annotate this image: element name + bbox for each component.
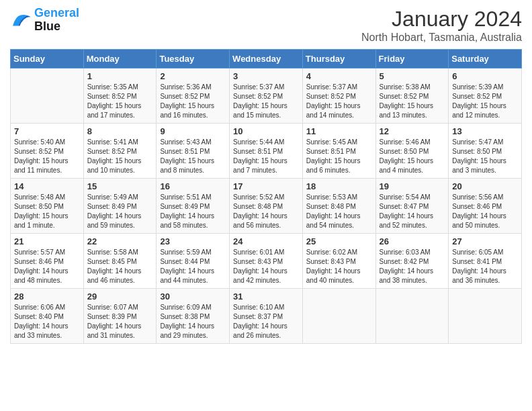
calendar-cell: 19Sunrise: 5:54 AM Sunset: 8:47 PM Dayli… xyxy=(375,179,449,234)
calendar-cell: 11Sunrise: 5:45 AM Sunset: 8:51 PM Dayli… xyxy=(302,124,375,179)
logo-line2: Blue xyxy=(34,19,60,33)
calendar-cell: 14Sunrise: 5:48 AM Sunset: 8:50 PM Dayli… xyxy=(11,179,84,234)
day-info: Sunrise: 5:40 AM Sunset: 8:52 PM Dayligh… xyxy=(14,138,80,175)
day-info: Sunrise: 5:54 AM Sunset: 8:47 PM Dayligh… xyxy=(380,193,445,230)
calendar-cell: 26Sunrise: 6:03 AM Sunset: 8:42 PM Dayli… xyxy=(375,234,449,289)
calendar-week-row: 21Sunrise: 5:57 AM Sunset: 8:46 PM Dayli… xyxy=(11,234,522,289)
calendar-cell: 28Sunrise: 6:06 AM Sunset: 8:40 PM Dayli… xyxy=(11,289,84,344)
day-number: 16 xyxy=(160,181,226,191)
calendar-cell: 29Sunrise: 6:07 AM Sunset: 8:39 PM Dayli… xyxy=(83,289,157,344)
header-tuesday: Tuesday xyxy=(157,50,230,68)
day-number: 6 xyxy=(452,71,518,81)
calendar-cell: 15Sunrise: 5:49 AM Sunset: 8:49 PM Dayli… xyxy=(83,179,157,234)
calendar-cell: 20Sunrise: 5:56 AM Sunset: 8:46 PM Dayli… xyxy=(449,179,522,234)
day-number: 12 xyxy=(380,126,445,136)
day-info: Sunrise: 5:51 AM Sunset: 8:49 PM Dayligh… xyxy=(160,193,226,230)
calendar-table: SundayMondayTuesdayWednesdayThursdayFrid… xyxy=(10,49,522,344)
day-info: Sunrise: 5:49 AM Sunset: 8:49 PM Dayligh… xyxy=(87,193,153,230)
day-info: Sunrise: 5:47 AM Sunset: 8:50 PM Dayligh… xyxy=(452,138,518,175)
logo: General Blue xyxy=(10,7,79,34)
calendar-cell: 13Sunrise: 5:47 AM Sunset: 8:50 PM Dayli… xyxy=(449,124,522,179)
calendar-week-row: 1Sunrise: 5:35 AM Sunset: 8:52 PM Daylig… xyxy=(11,68,522,124)
day-number: 29 xyxy=(87,291,153,302)
day-number: 28 xyxy=(14,291,80,302)
calendar-cell xyxy=(375,289,449,344)
calendar-cell: 30Sunrise: 6:09 AM Sunset: 8:38 PM Dayli… xyxy=(157,289,230,344)
calendar-cell: 27Sunrise: 6:05 AM Sunset: 8:41 PM Dayli… xyxy=(449,234,522,289)
day-number: 22 xyxy=(87,236,153,246)
day-info: Sunrise: 5:38 AM Sunset: 8:52 PM Dayligh… xyxy=(380,83,445,120)
day-number: 23 xyxy=(160,236,226,246)
day-number: 21 xyxy=(14,236,80,246)
calendar-cell: 4Sunrise: 5:37 AM Sunset: 8:52 PM Daylig… xyxy=(302,68,375,124)
logo-line1: General xyxy=(34,6,79,19)
calendar-cell xyxy=(11,68,84,124)
header-wednesday: Wednesday xyxy=(230,50,303,68)
day-number: 31 xyxy=(233,291,299,302)
day-info: Sunrise: 6:07 AM Sunset: 8:39 PM Dayligh… xyxy=(87,303,153,340)
day-info: Sunrise: 5:58 AM Sunset: 8:45 PM Dayligh… xyxy=(87,248,153,285)
day-info: Sunrise: 5:37 AM Sunset: 8:52 PM Dayligh… xyxy=(233,83,299,120)
calendar-week-row: 28Sunrise: 6:06 AM Sunset: 8:40 PM Dayli… xyxy=(11,289,522,344)
day-number: 13 xyxy=(452,126,518,136)
logo-bird-icon xyxy=(10,11,32,30)
calendar-cell: 18Sunrise: 5:53 AM Sunset: 8:48 PM Dayli… xyxy=(302,179,375,234)
calendar-cell: 7Sunrise: 5:40 AM Sunset: 8:52 PM Daylig… xyxy=(11,124,84,179)
calendar-cell: 17Sunrise: 5:52 AM Sunset: 8:48 PM Dayli… xyxy=(230,179,303,234)
calendar-cell: 16Sunrise: 5:51 AM Sunset: 8:49 PM Dayli… xyxy=(157,179,230,234)
header-sunday: Sunday xyxy=(11,50,84,68)
day-info: Sunrise: 6:06 AM Sunset: 8:40 PM Dayligh… xyxy=(14,303,80,340)
day-info: Sunrise: 6:05 AM Sunset: 8:41 PM Dayligh… xyxy=(452,248,518,285)
day-number: 1 xyxy=(87,71,153,81)
day-number: 10 xyxy=(233,126,299,136)
day-info: Sunrise: 5:59 AM Sunset: 8:44 PM Dayligh… xyxy=(160,248,226,285)
day-number: 7 xyxy=(14,126,80,136)
title-block: January 2024 North Hobart, Tasmania, Aus… xyxy=(361,7,522,44)
day-number: 15 xyxy=(87,181,153,191)
day-info: Sunrise: 5:53 AM Sunset: 8:48 PM Dayligh… xyxy=(306,193,372,230)
calendar-cell: 22Sunrise: 5:58 AM Sunset: 8:45 PM Dayli… xyxy=(83,234,157,289)
day-number: 5 xyxy=(380,71,445,81)
day-number: 26 xyxy=(380,236,445,246)
calendar-header-row: SundayMondayTuesdayWednesdayThursdayFrid… xyxy=(11,50,522,68)
day-info: Sunrise: 5:44 AM Sunset: 8:51 PM Dayligh… xyxy=(233,138,299,175)
day-info: Sunrise: 5:48 AM Sunset: 8:50 PM Dayligh… xyxy=(14,193,80,230)
main-title: January 2024 xyxy=(361,7,522,32)
calendar-cell: 24Sunrise: 6:01 AM Sunset: 8:43 PM Dayli… xyxy=(230,234,303,289)
header-saturday: Saturday xyxy=(449,50,522,68)
day-info: Sunrise: 6:10 AM Sunset: 8:37 PM Dayligh… xyxy=(233,303,299,340)
day-number: 24 xyxy=(233,236,299,246)
calendar-cell: 23Sunrise: 5:59 AM Sunset: 8:44 PM Dayli… xyxy=(157,234,230,289)
day-number: 2 xyxy=(160,71,226,81)
calendar-cell xyxy=(449,289,522,344)
subtitle: North Hobart, Tasmania, Australia xyxy=(361,32,522,44)
calendar-cell: 12Sunrise: 5:46 AM Sunset: 8:50 PM Dayli… xyxy=(375,124,449,179)
day-info: Sunrise: 5:43 AM Sunset: 8:51 PM Dayligh… xyxy=(160,138,226,175)
calendar-cell: 8Sunrise: 5:41 AM Sunset: 8:52 PM Daylig… xyxy=(83,124,157,179)
calendar-cell: 5Sunrise: 5:38 AM Sunset: 8:52 PM Daylig… xyxy=(375,68,449,124)
day-number: 4 xyxy=(306,71,372,81)
calendar-cell: 25Sunrise: 6:02 AM Sunset: 8:43 PM Dayli… xyxy=(302,234,375,289)
day-info: Sunrise: 6:03 AM Sunset: 8:42 PM Dayligh… xyxy=(380,248,445,285)
day-info: Sunrise: 5:37 AM Sunset: 8:52 PM Dayligh… xyxy=(306,83,372,120)
calendar-cell: 2Sunrise: 5:36 AM Sunset: 8:52 PM Daylig… xyxy=(157,68,230,124)
calendar-cell: 10Sunrise: 5:44 AM Sunset: 8:51 PM Dayli… xyxy=(230,124,303,179)
day-info: Sunrise: 5:46 AM Sunset: 8:50 PM Dayligh… xyxy=(380,138,445,175)
day-info: Sunrise: 6:02 AM Sunset: 8:43 PM Dayligh… xyxy=(306,248,372,285)
calendar-week-row: 14Sunrise: 5:48 AM Sunset: 8:50 PM Dayli… xyxy=(11,179,522,234)
day-number: 14 xyxy=(14,181,80,191)
day-info: Sunrise: 6:09 AM Sunset: 8:38 PM Dayligh… xyxy=(160,303,226,340)
header-monday: Monday xyxy=(83,50,157,68)
day-info: Sunrise: 6:01 AM Sunset: 8:43 PM Dayligh… xyxy=(233,248,299,285)
calendar-cell: 21Sunrise: 5:57 AM Sunset: 8:46 PM Dayli… xyxy=(11,234,84,289)
calendar-cell: 6Sunrise: 5:39 AM Sunset: 8:52 PM Daylig… xyxy=(449,68,522,124)
logo-text: General Blue xyxy=(34,7,79,34)
day-number: 19 xyxy=(380,181,445,191)
day-info: Sunrise: 5:35 AM Sunset: 8:52 PM Dayligh… xyxy=(87,83,153,120)
header-thursday: Thursday xyxy=(302,50,375,68)
day-number: 18 xyxy=(306,181,372,191)
calendar-cell: 3Sunrise: 5:37 AM Sunset: 8:52 PM Daylig… xyxy=(230,68,303,124)
calendar-cell: 31Sunrise: 6:10 AM Sunset: 8:37 PM Dayli… xyxy=(230,289,303,344)
day-info: Sunrise: 5:39 AM Sunset: 8:52 PM Dayligh… xyxy=(452,83,518,120)
day-number: 20 xyxy=(452,181,518,191)
